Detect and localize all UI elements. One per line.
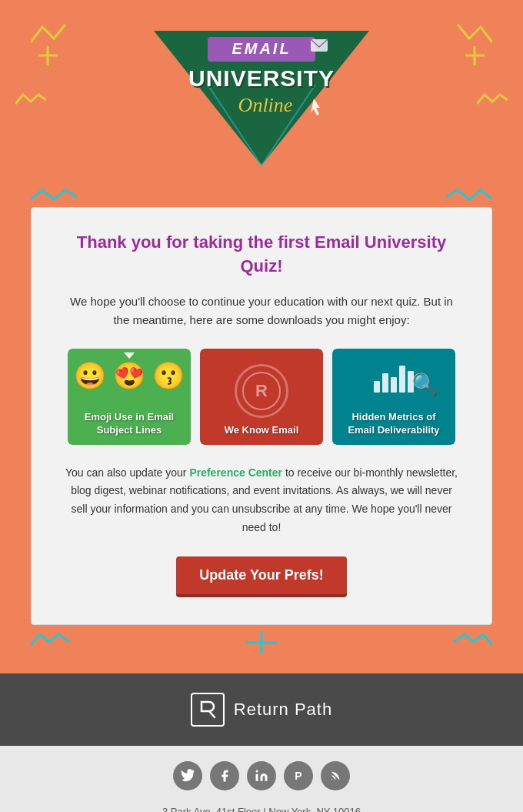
return-path-name: Return Path xyxy=(234,700,332,720)
wke-logo-symbol: R xyxy=(255,381,268,401)
rp-logo-icon xyxy=(191,693,225,727)
magnify-icon: 🔍 xyxy=(411,372,438,397)
social-icons-row: P xyxy=(15,761,508,790)
rp-icon-svg xyxy=(197,699,218,720)
metrics-card-label: Hidden Metrics of Email Deliverability xyxy=(332,411,455,437)
download-card-emoji[interactable]: 😀 😍 😗 Emoji Use in Email Subject Lines xyxy=(68,349,191,445)
svg-point-15 xyxy=(331,779,332,780)
social-linkedin[interactable] xyxy=(247,761,276,790)
svg-point-13 xyxy=(207,704,212,709)
svg-text:EMAIL: EMAIL xyxy=(232,40,291,57)
deco-left-low xyxy=(15,92,46,111)
card-subtitle: We hope you'll choose to continue your e… xyxy=(62,292,461,329)
card-title: Thank you for taking the first Email Uni… xyxy=(62,231,461,279)
body-text-before: You can also update your xyxy=(65,466,189,479)
download-card-metrics[interactable]: 🔍 Hidden Metrics of Email Deliverability xyxy=(332,349,455,445)
svg-text:Online: Online xyxy=(238,94,293,116)
deco-right-mid xyxy=(465,46,485,69)
social-rss[interactable] xyxy=(321,761,350,790)
header-area: EMAIL UNIVERSITY Online xyxy=(0,0,523,184)
deco-right-low xyxy=(477,92,508,111)
social-pinterest[interactable]: P xyxy=(284,761,313,790)
body-text: You can also update your Preference Cent… xyxy=(62,464,461,537)
return-path-logo: Return Path xyxy=(191,693,332,727)
footer-dark: Return Path xyxy=(0,673,523,746)
footer-light: P 3 Park Ave, 41st Floor | New York, NY … xyxy=(0,746,523,812)
social-twitter[interactable] xyxy=(173,761,202,790)
download-row: 😀 😍 😗 Emoji Use in Email Subject Lines R… xyxy=(62,349,461,445)
social-facebook[interactable] xyxy=(210,761,239,790)
footer-address: 3 Park Ave, 41st Floor | New York, NY 10… xyxy=(15,802,508,812)
cta-button[interactable]: Update Your Prefs! xyxy=(176,556,346,597)
svg-point-14 xyxy=(256,770,258,772)
deco-row-above-card xyxy=(0,184,523,207)
content-wrapper-outer: Thank you for taking the first Email Uni… xyxy=(0,184,523,673)
download-card-wke[interactable]: R We Know Email xyxy=(200,349,323,445)
emoji-icons: 😀 😍 😗 xyxy=(68,360,191,391)
logo-triangle-svg: EMAIL UNIVERSITY Online xyxy=(146,23,377,165)
svg-text:UNIVERSITY: UNIVERSITY xyxy=(188,65,335,91)
deco-row-below-card xyxy=(0,625,523,658)
deco-left-mid xyxy=(38,46,58,69)
content-card: Thank you for taking the first Email Uni… xyxy=(31,207,492,625)
wke-card-label: We Know Email xyxy=(218,424,305,437)
logo: EMAIL UNIVERSITY Online xyxy=(146,23,377,169)
preference-center-link[interactable]: Preference Center xyxy=(189,466,282,479)
wke-circle: R xyxy=(235,364,288,418)
emoji-card-label: Emoji Use in Email Subject Lines xyxy=(68,411,191,437)
